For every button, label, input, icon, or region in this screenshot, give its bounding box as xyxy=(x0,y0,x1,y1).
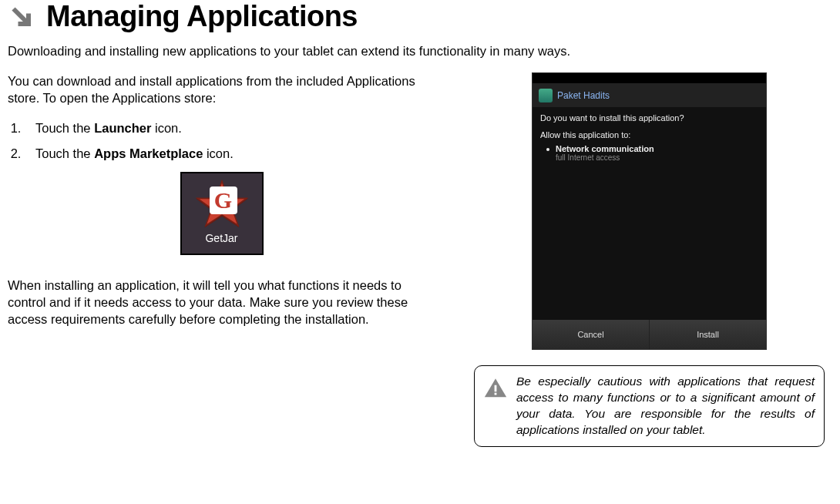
step2-suffix: icon. xyxy=(203,146,233,160)
phone-status-bar xyxy=(533,73,766,84)
page-title: Managing Applications xyxy=(46,0,358,33)
warning-box: Be especially cautious with applications… xyxy=(474,365,825,447)
intro-text: Downloading and installing new applicati… xyxy=(8,44,832,59)
dialog-allow-label: Allow this application to: xyxy=(540,130,758,139)
store-intro: You can download and install application… xyxy=(8,72,435,107)
step2-prefix: Touch the xyxy=(35,146,94,160)
step-1: Touch the Launcher icon. xyxy=(25,121,435,136)
left-column: You can download and install application… xyxy=(8,72,435,447)
permission-subtitle: full Internet access xyxy=(556,153,654,162)
step-2: Touch the Apps Marketplace icon. xyxy=(25,146,435,161)
install-notes: When installing an application, it will … xyxy=(8,277,435,328)
star-icon: G xyxy=(193,176,251,235)
getjar-app-icon: G GetJar xyxy=(180,172,264,255)
warning-text: Be especially cautious with applications… xyxy=(516,374,815,438)
dialog-buttons: Cancel Install xyxy=(533,320,766,349)
bullet-icon xyxy=(546,148,549,151)
permission-title: Network communication xyxy=(556,144,654,153)
app-icon xyxy=(539,89,553,102)
step1-prefix: Touch the xyxy=(35,121,94,135)
svg-rect-1 xyxy=(495,393,497,395)
install-button[interactable]: Install xyxy=(650,320,766,349)
svg-rect-0 xyxy=(495,385,497,392)
dialog-app-name: Paket Hadits xyxy=(557,90,610,101)
step1-suffix: icon. xyxy=(151,121,181,135)
steps-list: Touch the Launcher icon. Touch the Apps … xyxy=(8,121,435,161)
right-column: Paket Hadits Do you want to install this… xyxy=(466,72,832,447)
install-dialog-screenshot: Paket Hadits Do you want to install this… xyxy=(532,72,767,350)
cancel-button[interactable]: Cancel xyxy=(533,320,650,349)
step2-bold: Apps Marketplace xyxy=(94,146,203,160)
g-letter-icon: G xyxy=(210,186,237,214)
page-heading: Managing Applications xyxy=(8,0,832,33)
dialog-title-bar: Paket Hadits xyxy=(533,84,766,107)
arrow-down-right-icon xyxy=(8,3,35,31)
dialog-body: Do you want to install this application?… xyxy=(533,107,766,320)
step1-bold: Launcher xyxy=(94,121,151,135)
permission-row: Network communication full Internet acce… xyxy=(546,144,758,162)
getjar-icon-block: G GetJar xyxy=(8,172,435,255)
dialog-question: Do you want to install this application? xyxy=(540,113,758,123)
warning-icon xyxy=(481,375,510,405)
